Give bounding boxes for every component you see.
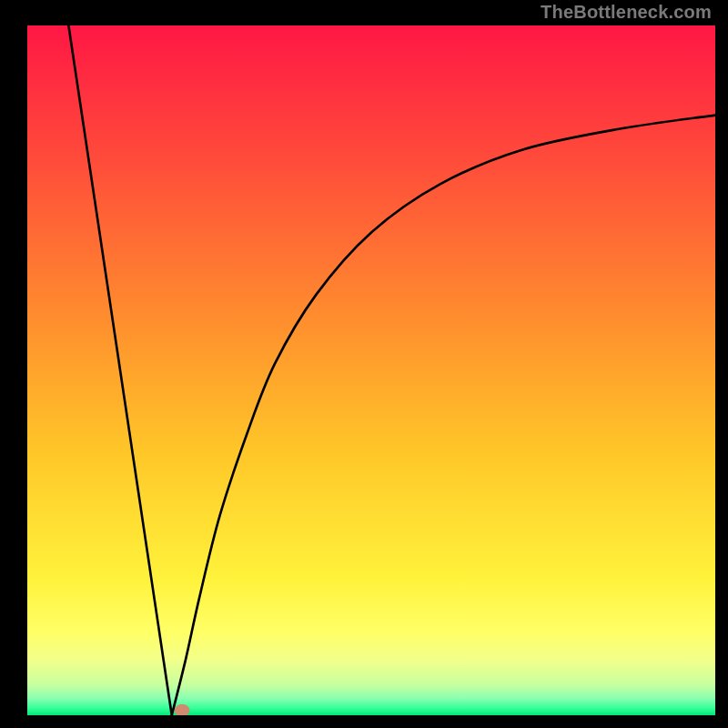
plot-area [27, 25, 715, 715]
attribution-watermark: TheBottleneck.com [541, 2, 712, 23]
chart-frame: TheBottleneck.com [0, 0, 728, 728]
plot-svg [27, 25, 715, 715]
